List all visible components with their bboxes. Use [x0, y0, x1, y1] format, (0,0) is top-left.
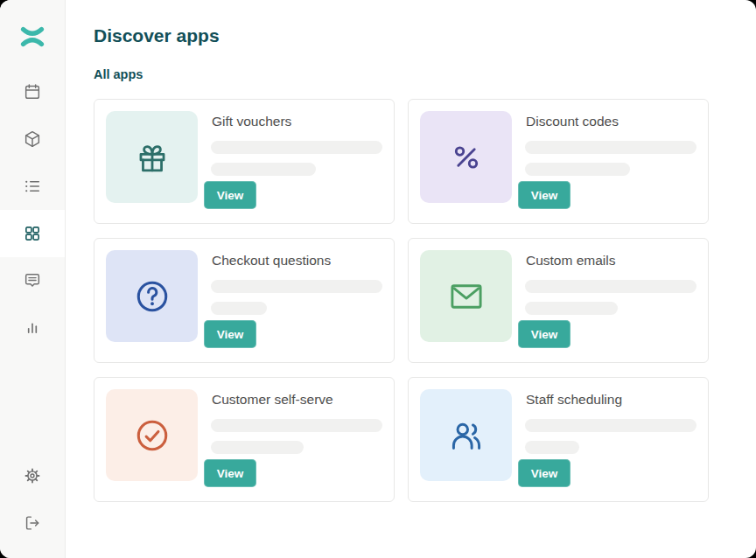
sidebar-item-messages[interactable] [0, 257, 65, 304]
list-icon [23, 177, 42, 196]
sidebar-item-logout[interactable] [0, 499, 65, 547]
grid-icon [23, 224, 42, 243]
card-title: Gift vouchers [212, 113, 291, 129]
sidebar-item-services[interactable] [0, 163, 65, 210]
card-title: Discount codes [526, 113, 619, 129]
check-circle-icon [132, 415, 172, 456]
percent-icon [446, 137, 486, 178]
view-button[interactable]: View [204, 459, 256, 487]
skeleton-bar [525, 163, 630, 176]
app-icon-tile [420, 250, 512, 342]
skeleton-bar [211, 141, 382, 154]
brand-logo-icon [20, 25, 45, 48]
brand-logo[interactable] [20, 25, 45, 48]
app-icon-tile [420, 389, 512, 481]
view-button[interactable]: View [518, 181, 570, 209]
app-card-staff-scheduling: Staff scheduling View [408, 377, 709, 502]
sidebar-item-reports[interactable] [0, 304, 65, 352]
calendar-icon [23, 82, 42, 101]
skeleton-bar [525, 141, 696, 154]
question-circle-icon [132, 276, 172, 317]
app-card-custom-emails: Custom emails View [408, 238, 709, 363]
app-icon-tile [106, 250, 198, 342]
gear-icon [23, 466, 42, 485]
skeleton-bar [211, 419, 382, 432]
sidebar-item-products[interactable] [0, 115, 65, 163]
package-icon [23, 129, 42, 149]
skeleton-bar [211, 302, 267, 315]
users-icon [446, 415, 486, 456]
card-title: Customer self-serve [212, 391, 333, 408]
sidebar-nav [0, 68, 65, 352]
view-button[interactable]: View [204, 320, 256, 348]
view-button[interactable]: View [204, 181, 256, 209]
skeleton-bar [525, 302, 618, 315]
view-button[interactable]: View [518, 459, 570, 487]
skeleton-bar [525, 441, 579, 454]
gift-icon [132, 137, 172, 178]
app-icon-tile [106, 111, 198, 203]
section-label-all-apps: All apps [94, 66, 709, 82]
skeleton-bar [211, 163, 316, 176]
sidebar-item-calendar[interactable] [0, 68, 65, 115]
app-card-customer-self-serve: Customer self-serve View [94, 377, 395, 502]
bar-chart-icon [23, 318, 42, 338]
sidebar [0, 0, 66, 558]
app-window: Discover apps All apps Gift vouchers [0, 0, 756, 558]
card-title: Checkout questions [212, 252, 331, 269]
sidebar-item-apps[interactable] [0, 210, 65, 257]
skeleton-bar [525, 419, 696, 432]
app-card-gift-vouchers: Gift vouchers View [94, 99, 395, 224]
view-button[interactable]: View [518, 320, 570, 348]
chat-icon [23, 271, 42, 290]
envelope-icon [446, 276, 486, 317]
app-card-checkout-questions: Checkout questions View [94, 238, 395, 363]
card-title: Staff scheduling [526, 391, 622, 408]
skeleton-bar [211, 280, 382, 293]
skeleton-bar [525, 280, 696, 293]
logout-icon [23, 513, 42, 533]
app-card-discount-codes: Discount codes View [408, 99, 709, 224]
card-title: Custom emails [526, 252, 616, 269]
skeleton-bar [211, 441, 304, 454]
sidebar-footer [0, 452, 65, 547]
main-content: Discover apps All apps Gift vouchers [66, 0, 756, 558]
app-icon-tile [420, 111, 512, 203]
sidebar-item-settings[interactable] [0, 452, 65, 499]
page-title: Discover apps [94, 24, 709, 46]
app-icon-tile [106, 389, 198, 481]
apps-grid: Gift vouchers View Discount codes View [94, 99, 709, 502]
